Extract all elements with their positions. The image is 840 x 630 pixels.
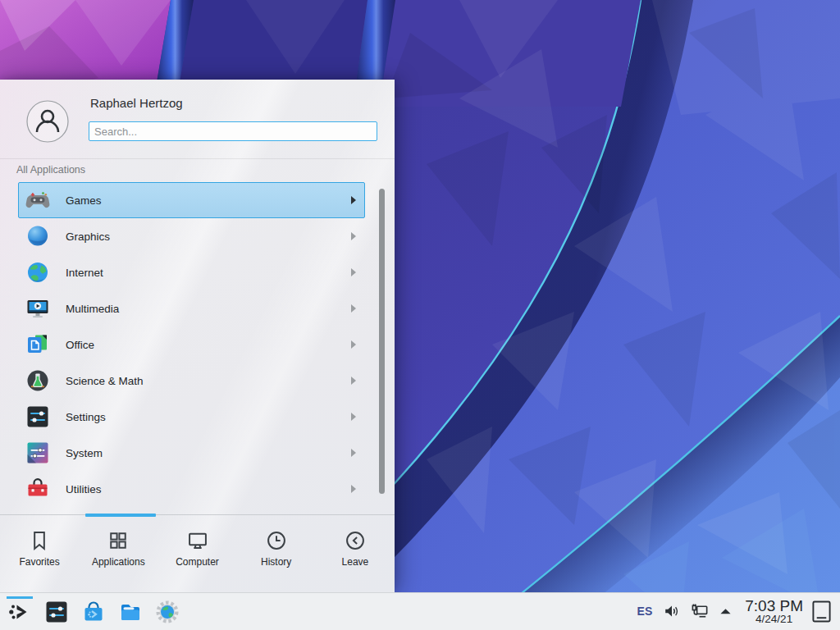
category-label: Settings (66, 411, 351, 423)
system-tray: ES (637, 598, 840, 625)
submenu-arrow-icon (351, 304, 356, 313)
tray-expand-button[interactable] (719, 607, 732, 615)
clock-time: 7:03 PM (745, 598, 803, 614)
tab-label: Computer (176, 556, 219, 568)
submenu-arrow-icon (351, 449, 356, 457)
category-label: System (66, 447, 351, 459)
digital-clock[interactable]: 7:03 PM 4/24/21 (745, 598, 803, 625)
science-flask-icon (25, 368, 51, 394)
category-label: Internet (66, 267, 351, 279)
user-name: Raphael Hertzog (90, 96, 183, 110)
file-manager-button[interactable] (117, 593, 144, 630)
category-row-internet[interactable]: Internet (18, 254, 365, 290)
category-label: Science & Math (66, 375, 351, 387)
application-category-list: Games Graphics (0, 182, 395, 514)
application-launcher-menu: Raphael Hertzog All Applications (0, 80, 395, 592)
submenu-arrow-icon (351, 268, 356, 276)
submenu-arrow-icon (351, 377, 356, 385)
active-task-indicator (7, 596, 33, 599)
tab-label: History (261, 556, 291, 568)
gamepad-icon (25, 187, 51, 213)
category-row-system[interactable]: System (18, 435, 365, 471)
web-browser-button[interactable] (154, 593, 180, 630)
graphics-ball-icon (25, 223, 51, 249)
category-row-help[interactable]: Help (18, 507, 365, 514)
section-label: All Applications (16, 164, 85, 176)
show-desktop-button[interactable] (811, 600, 832, 623)
category-row-graphics[interactable]: Graphics (18, 218, 365, 254)
tab-label: Applications (92, 556, 145, 568)
app-grid-icon (107, 529, 130, 552)
tab-leave[interactable]: Leave (316, 515, 395, 593)
history-clock-icon (265, 529, 288, 552)
category-label: Utilities (66, 483, 351, 495)
software-bag-icon (80, 599, 107, 625)
volume-icon[interactable] (663, 602, 681, 620)
kde-kickoff-icon (7, 599, 33, 625)
submenu-arrow-icon (351, 485, 356, 493)
wired-network-icon[interactable] (691, 602, 710, 621)
category-label: Office (66, 339, 351, 351)
caret-up-icon (719, 607, 732, 615)
utilities-toolbox-icon (25, 476, 51, 502)
tab-label: Favorites (19, 556, 59, 568)
active-tab-indicator (85, 514, 156, 517)
category-row-office[interactable]: Office (18, 326, 365, 363)
user-avatar[interactable] (26, 100, 69, 143)
clock-date: 4/24/21 (756, 614, 792, 625)
category-label: Games (66, 194, 351, 207)
bookmark-icon (28, 529, 51, 552)
menu-tab-bar: Favorites Applications (0, 514, 395, 593)
application-launcher-button[interactable] (7, 593, 33, 630)
folder-icon (117, 599, 144, 625)
show-desktop-icon (811, 600, 832, 623)
category-row-settings[interactable]: Settings (18, 399, 365, 435)
settings-sliders-icon (25, 404, 51, 430)
submenu-arrow-icon (351, 340, 356, 349)
keyboard-layout-indicator[interactable]: ES (637, 605, 653, 618)
menu-header: Raphael Hertzog (0, 80, 395, 159)
tab-history[interactable]: History (237, 515, 316, 593)
user-avatar-icon (26, 100, 69, 143)
submenu-arrow-icon (351, 196, 356, 204)
tab-computer[interactable]: Computer (158, 515, 236, 593)
discover-software-button[interactable] (80, 593, 107, 630)
submenu-arrow-icon (351, 232, 356, 240)
office-documents-icon (25, 331, 51, 358)
tab-applications[interactable]: Applications (79, 515, 158, 593)
desktop: Raphael Hertzog All Applications (0, 0, 840, 630)
computer-icon (186, 529, 209, 552)
submenu-arrow-icon (351, 413, 356, 421)
taskbar: ES (0, 592, 840, 630)
leave-icon (344, 529, 367, 552)
multimedia-monitor-icon (25, 295, 51, 322)
category-row-multimedia[interactable]: Multimedia (18, 290, 365, 326)
category-row-science-math[interactable]: Science & Math (18, 363, 365, 399)
category-label: Graphics (66, 231, 351, 243)
category-row-utilities[interactable]: Utilities (18, 471, 365, 507)
globe-gear-icon (154, 599, 180, 625)
globe-icon (25, 259, 51, 285)
category-row-games[interactable]: Games (18, 182, 365, 218)
system-sliders-icon (25, 440, 51, 466)
list-scrollbar[interactable] (379, 189, 385, 494)
tab-favorites[interactable]: Favorites (0, 515, 79, 593)
category-label: Multimedia (66, 303, 351, 315)
tab-label: Leave (342, 556, 369, 568)
sliders-icon (43, 599, 70, 625)
search-input[interactable] (89, 121, 377, 141)
system-settings-button[interactable] (43, 593, 70, 630)
